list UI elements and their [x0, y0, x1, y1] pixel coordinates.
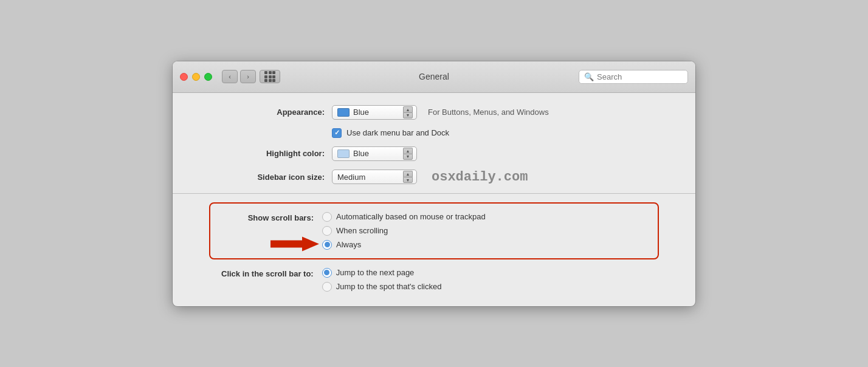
traffic-lights: [180, 73, 212, 81]
scroll-jump-page-text: Jump to the next page: [336, 268, 415, 277]
window-title: General: [419, 72, 449, 81]
forward-icon: ›: [247, 73, 249, 80]
scroll-always-radio[interactable]: [322, 240, 332, 250]
grid-view-button[interactable]: [260, 70, 280, 83]
sidebar-row: Sidebar icon size: Medium ▲ ▼ osxdaily.c…: [173, 170, 695, 185]
watermark: osxdaily.com: [432, 170, 528, 185]
forward-button[interactable]: ›: [240, 70, 256, 83]
close-button[interactable]: [180, 73, 188, 81]
sidebar-label: Sidebar icon size:: [221, 173, 325, 182]
checkmark-icon: ✓: [334, 129, 340, 136]
scroll-jump-page-option[interactable]: Jump to the next page: [322, 268, 442, 278]
scroll-when-text: When scrolling: [336, 226, 388, 235]
sidebar-select[interactable]: Medium ▲ ▼: [332, 170, 417, 184]
dark-menu-label: Use dark menu bar and Dock: [346, 128, 449, 137]
highlight-label: Highlight color:: [221, 149, 325, 158]
appearance-note: For Buttons, Menus, and Windows: [428, 108, 549, 117]
highlight-up-arrow[interactable]: ▲: [403, 148, 413, 154]
scroll-jump-spot-radio[interactable]: [322, 282, 332, 292]
scroll-click-label: Click in the scroll bar to:: [221, 268, 314, 278]
appearance-row: Appearance: Blue ▲ ▼ For Buttons, Menus,…: [173, 105, 695, 120]
appearance-select-text: Blue: [353, 108, 397, 117]
scroll-bars-radio-group: Show scroll bars: Automatically based on…: [222, 212, 646, 250]
scroll-auto-text: Automatically based on mouse or trackpad: [336, 212, 486, 221]
red-arrow-indicator: [270, 234, 319, 255]
scroll-click-radio-group: Click in the scroll bar to: Jump to the …: [221, 268, 647, 292]
scroll-bars-section: Show scroll bars: Automatically based on…: [209, 202, 659, 259]
appearance-select[interactable]: Blue ▲ ▼: [332, 105, 417, 120]
main-window: ‹ › General 🔍 Appearance:: [173, 61, 695, 306]
scroll-bars-options: Automatically based on mouse or trackpad…: [322, 212, 486, 250]
nav-buttons: ‹ ›: [222, 70, 256, 83]
minimize-button[interactable]: [192, 73, 200, 81]
scroll-always-option[interactable]: Always: [322, 240, 361, 250]
back-icon: ‹: [229, 73, 231, 80]
svg-marker-0: [270, 236, 319, 251]
scroll-auto-radio[interactable]: [322, 212, 332, 222]
appearance-select-wrapper: Blue ▲ ▼ For Buttons, Menus, and Windows: [332, 105, 549, 120]
maximize-button[interactable]: [204, 73, 212, 81]
scroll-when-option[interactable]: When scrolling: [322, 226, 486, 236]
sidebar-stepper[interactable]: ▲ ▼: [403, 171, 413, 183]
dark-menu-row: ✓ Use dark menu bar and Dock: [283, 128, 695, 138]
highlight-select-text: Blue: [353, 149, 397, 158]
divider: [173, 193, 695, 194]
content-area: Appearance: Blue ▲ ▼ For Buttons, Menus,…: [173, 93, 695, 306]
titlebar: ‹ › General 🔍: [173, 61, 695, 93]
grid-icon: [264, 71, 275, 82]
scroll-click-section: Click in the scroll bar to: Jump to the …: [173, 268, 695, 292]
scroll-when-radio[interactable]: [322, 226, 332, 236]
search-input[interactable]: [597, 72, 683, 81]
scroll-always-row: Always: [322, 240, 486, 250]
appearance-color-swatch: [337, 108, 350, 117]
search-icon: 🔍: [584, 72, 594, 81]
highlight-color-swatch: [337, 149, 350, 158]
sidebar-select-text: Medium: [337, 173, 397, 182]
dark-menu-checkbox[interactable]: ✓: [332, 128, 342, 138]
highlight-stepper[interactable]: ▲ ▼: [403, 148, 413, 160]
sidebar-up-arrow[interactable]: ▲: [403, 171, 413, 177]
back-button[interactable]: ‹: [222, 70, 238, 83]
scroll-auto-option[interactable]: Automatically based on mouse or trackpad: [322, 212, 486, 222]
scroll-click-options: Jump to the next page Jump to the spot t…: [322, 268, 442, 292]
search-box[interactable]: 🔍: [579, 70, 688, 84]
appearance-label: Appearance:: [221, 108, 325, 117]
appearance-down-arrow[interactable]: ▼: [403, 112, 413, 118]
highlight-select[interactable]: Blue ▲ ▼: [332, 146, 417, 161]
highlight-down-arrow[interactable]: ▼: [403, 154, 413, 160]
scroll-jump-page-radio[interactable]: [322, 268, 332, 278]
scroll-always-text: Always: [336, 240, 361, 249]
appearance-up-arrow[interactable]: ▲: [403, 106, 413, 112]
scroll-jump-spot-option[interactable]: Jump to the spot that's clicked: [322, 282, 442, 292]
highlight-row: Highlight color: Blue ▲ ▼: [173, 146, 695, 161]
scroll-jump-spot-text: Jump to the spot that's clicked: [336, 282, 442, 291]
appearance-stepper[interactable]: ▲ ▼: [403, 106, 413, 118]
scroll-bars-label: Show scroll bars:: [222, 212, 314, 222]
sidebar-down-arrow[interactable]: ▼: [403, 177, 413, 183]
sidebar-select-wrapper: Medium ▲ ▼ osxdaily.com: [332, 170, 528, 185]
